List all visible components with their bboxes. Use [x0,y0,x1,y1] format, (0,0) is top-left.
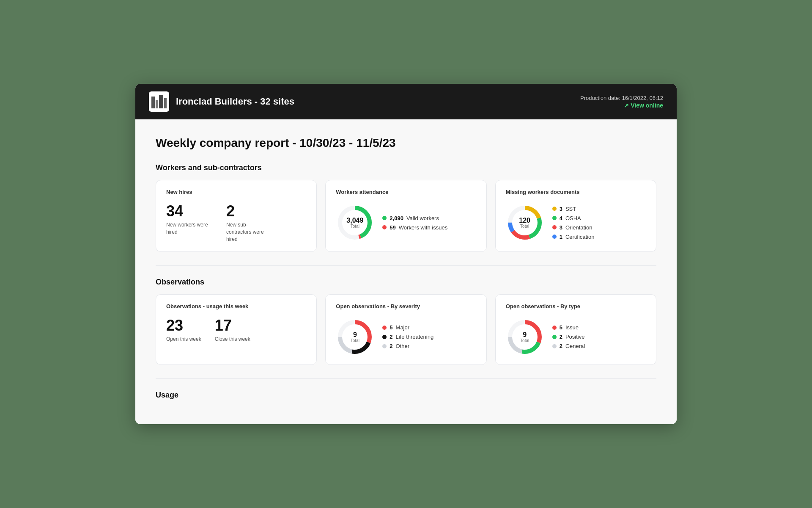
workers-section: Workers and sub-contractors New hires 34… [156,163,656,251]
orientation-dot [552,225,557,229]
header-right: Production date: 16/1/2022, 06:12 ↗ View… [580,95,663,109]
new-hires-body: 34 New workers were hired 2 New sub-cont… [166,204,306,243]
new-hires-card: New hires 34 New workers were hired 2 Ne… [156,180,317,251]
severity-donut-center: 9 Total [351,331,359,342]
legend-osha: 4 OSHA [552,215,595,221]
legend-sst: 3 SST [552,206,595,212]
valid-workers-dot [382,216,387,220]
obs-usage-card: Observations - usage this week 23 Open t… [156,294,317,365]
workers-cards-row: New hires 34 New workers were hired 2 Ne… [156,180,656,251]
missing-docs-donut: 120 Total [506,204,544,242]
header-title: Ironclad Builders - 32 sites [176,96,294,107]
issue-dot [552,326,557,330]
certification-label: Certification [565,234,595,240]
report-title: Weekly company report - 10/30/23 - 11/5/… [156,136,656,150]
legend-valid-workers: 2,090 Valid workers [382,215,447,221]
obs-usage-label: Observations - usage this week [166,303,306,309]
svg-rect-2 [159,95,163,108]
general-dot [552,344,557,348]
type-donut-center: 9 Total [520,331,529,342]
general-label: General [565,343,585,349]
legend-positive: 2 Positive [552,334,585,340]
valid-workers-label: Valid workers [406,215,439,221]
orientation-label: Orientation [565,224,593,231]
legend-major: 5 Major [382,324,433,331]
new-contractors-desc: New sub-contractors were hired [226,221,273,243]
legend-issue: 5 Issue [552,324,585,331]
sst-label: SST [565,206,576,212]
osha-label: OSHA [565,215,581,221]
svg-rect-3 [164,98,167,108]
positive-label: Positive [565,334,585,340]
main-content: Weekly company report - 10/30/23 - 11/5/… [135,119,677,424]
other-severity-dot [382,344,387,348]
legend-workers-issues: 59 Workers with issues [382,224,447,231]
other-severity-label: Other [396,343,410,349]
view-online-link[interactable]: ↗ View online [580,102,663,109]
new-contractors-number: 2 [226,204,273,219]
missing-docs-donut-container: 120 Total 3 SST [506,204,595,242]
workers-attendance-card: Workers attendance [325,180,486,251]
obs-type-label: Open observations - By type [506,303,646,309]
production-date: Production date: 16/1/2022, 06:12 [580,95,663,101]
obs-close-stat: 17 Close this week [215,318,250,343]
severity-legend: 5 Major 2 Life threatening [382,324,433,349]
obs-type-card: Open observations - By type [495,294,656,365]
attendance-donut-container: 3,049 Total 2,090 Valid workers [336,204,447,242]
usage-section-title: Usage [156,391,656,400]
legend-certification: 1 Certification [552,234,595,240]
new-workers-desc: New workers were hired [166,221,213,236]
osha-dot [552,216,557,220]
svg-rect-0 [151,97,155,108]
observations-section-title: Observations [156,278,656,287]
legend-life-threatening: 2 Life threatening [382,334,433,340]
major-dot [382,326,387,330]
workers-attendance-body: 3,049 Total 2,090 Valid workers [336,204,476,242]
obs-severity-label: Open observations - By severity [336,303,476,309]
obs-open-number: 23 [166,318,201,333]
obs-open-stat: 23 Open this week [166,318,201,343]
obs-severity-body: 9 Total 5 Major [336,318,476,356]
legend-orientation: 3 Orientation [552,224,595,231]
legend-other-severity: 2 Other [382,343,433,349]
new-workers-number: 34 [166,204,213,219]
positive-dot [552,335,557,339]
usage-divider [156,378,656,379]
issue-label: Issue [565,324,579,331]
obs-usage-body: 23 Open this week 17 Close this week [166,318,306,343]
section-divider [156,265,656,266]
new-hires-label: New hires [166,189,306,195]
app-window: Ironclad Builders - 32 sites Production … [135,84,677,424]
header: Ironclad Builders - 32 sites Production … [135,84,677,119]
missing-docs-card: Missing workers documents [495,180,656,251]
missing-docs-label: Missing workers documents [506,189,646,195]
new-contractors-stat: 2 New sub-contractors were hired [226,204,273,243]
issues-dot [382,225,387,229]
view-online-label: View online [631,102,663,109]
missing-docs-body: 120 Total 3 SST [506,204,646,242]
type-donut: 9 Total [506,318,544,356]
sst-dot [552,207,557,211]
company-logo [149,91,169,112]
missing-docs-legend: 3 SST 4 OSHA 3 [552,206,595,240]
certification-dot [552,235,557,239]
attendance-donut-center: 3,049 Total [346,217,363,229]
attendance-donut: 3,049 Total [336,204,374,242]
usage-section: Usage [156,391,656,400]
workers-section-title: Workers and sub-contractors [156,163,656,172]
header-left: Ironclad Builders - 32 sites [149,91,294,112]
severity-donut-container: 9 Total 5 Major [336,318,433,356]
life-threatening-dot [382,335,387,339]
attendance-legend: 2,090 Valid workers 59 Workers with issu… [382,215,447,231]
obs-severity-card: Open observations - By severity [325,294,486,365]
life-threatening-label: Life threatening [396,334,434,340]
workers-attendance-label: Workers attendance [336,189,476,195]
severity-donut: 9 Total [336,318,374,356]
observations-section: Observations Observations - usage this w… [156,278,656,365]
type-donut-container: 9 Total 5 Issue [506,318,585,356]
obs-type-body: 9 Total 5 Issue [506,318,646,356]
missing-docs-donut-center: 120 Total [519,217,530,229]
svg-rect-1 [156,100,158,108]
legend-general: 2 General [552,343,585,349]
obs-close-desc: Close this week [215,336,250,343]
